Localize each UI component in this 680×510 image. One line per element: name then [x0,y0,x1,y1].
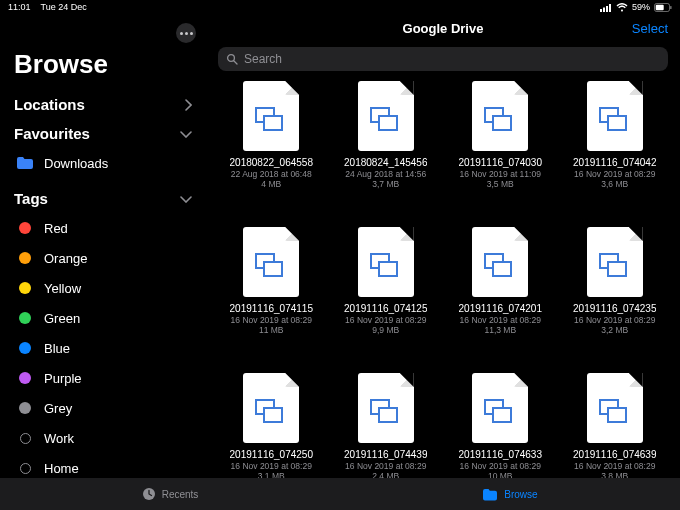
svg-rect-1 [603,7,605,12]
file-thumb-icon [243,81,299,151]
sidebar-item-label: Yellow [44,281,81,296]
file-thumb-icon [472,373,528,443]
svg-rect-5 [656,5,664,11]
file-name: 20191116_074201 [459,303,542,314]
file-item[interactable]: 20191116_07425016 Nov 2019 at 08:293,1 M… [216,371,327,478]
file-size: 3,8 MB [601,471,628,478]
sidebar-item-label: Blue [44,341,70,356]
file-size: 3,2 MB [601,325,628,335]
file-date: 16 Nov 2019 at 08:29 [574,315,655,325]
file-size: 9,9 MB [372,325,399,335]
file-size: 3,7 MB [372,179,399,189]
tag-dot-icon [14,309,36,327]
file-name: 20191116_074439 [344,449,427,460]
file-size: 2,4 MB [372,471,399,478]
file-item[interactable]: 20191116_07411516 Nov 2019 at 08:2911 MB [216,225,327,365]
battery-percent: 59% [632,0,650,15]
file-grid: 20180822_06455822 Aug 2018 at 06:484 MB2… [206,79,680,478]
sidebar-item-label: Grey [44,401,72,416]
file-date: 16 Nov 2019 at 08:29 [345,315,426,325]
file-item[interactable]: 20191116_07463316 Nov 2019 at 08:2910 MB [445,371,556,478]
sidebar-tag-home[interactable]: Home [0,453,206,478]
file-thumb-icon [587,81,643,151]
folder-title: Google Drive [403,21,484,36]
sidebar: Browse Locations Favourites Downloads [0,15,206,478]
file-name: 20191116_074250 [230,449,313,460]
sidebar-item-label: Orange [44,251,87,266]
wifi-icon [616,3,628,12]
svg-line-8 [234,61,237,64]
sidebar-item-downloads[interactable]: Downloads [0,148,206,178]
svg-rect-6 [670,6,671,9]
sidebar-tag-orange[interactable]: Orange [0,243,206,273]
file-thumb-icon [472,227,528,297]
file-date: 16 Nov 2019 at 08:29 [345,461,426,471]
folder-icon [14,154,36,172]
tab-label: Browse [504,489,537,500]
file-item[interactable]: 20191116_07420116 Nov 2019 at 08:2911,3 … [445,225,556,365]
file-name: 20180822_064558 [230,157,313,168]
file-thumb-icon [358,81,414,151]
file-item[interactable]: 20180822_06455822 Aug 2018 at 06:484 MB [216,79,327,219]
file-size: 3,1 MB [258,471,285,478]
sidebar-item-label: Work [44,431,74,446]
favourites-header[interactable]: Favourites [0,119,206,148]
file-item[interactable]: 20191116_07463916 Nov 2019 at 08:293,8 M… [560,371,671,478]
favourites-label: Favourites [14,125,90,142]
tags-label: Tags [14,190,48,207]
locations-header[interactable]: Locations [0,90,206,119]
sidebar-item-label: Home [44,461,79,476]
tab-browse[interactable]: Browse [340,488,680,501]
cellular-icon [600,4,612,12]
tab-label: Recents [162,489,199,500]
sidebar-item-label: Downloads [44,156,108,171]
tag-ring-icon [14,429,36,447]
file-date: 16 Nov 2019 at 08:29 [574,461,655,471]
file-item[interactable]: 20191116_07412516 Nov 2019 at 08:299,9 M… [331,225,442,365]
file-item[interactable]: 20191116_07403016 Nov 2019 at 11:093,5 M… [445,79,556,219]
file-date: 16 Nov 2019 at 08:29 [574,169,655,179]
sidebar-item-label: Purple [44,371,82,386]
tag-dot-icon [14,339,36,357]
file-item[interactable]: 20191116_07404216 Nov 2019 at 08:293,6 M… [560,79,671,219]
sidebar-tag-blue[interactable]: Blue [0,333,206,363]
locations-label: Locations [14,96,85,113]
sidebar-tag-grey[interactable]: Grey [0,393,206,423]
file-size: 4 MB [261,179,281,189]
file-thumb-icon [243,373,299,443]
content-header: Google Drive Select [206,15,680,41]
file-thumb-icon [358,373,414,443]
file-thumb-icon [243,227,299,297]
tag-ring-icon [14,459,36,477]
file-name: 20191116_074030 [459,157,542,168]
sidebar-tag-red[interactable]: Red [0,213,206,243]
file-date: 16 Nov 2019 at 08:29 [231,461,312,471]
sidebar-tag-green[interactable]: Green [0,303,206,333]
file-name: 20191116_074125 [344,303,427,314]
file-thumb-icon [587,227,643,297]
search-input[interactable]: Search [218,47,668,71]
select-button[interactable]: Select [632,21,668,36]
file-item[interactable]: 20191116_07443916 Nov 2019 at 08:292,4 M… [331,371,442,478]
sidebar-tag-yellow[interactable]: Yellow [0,273,206,303]
file-thumb-icon [472,81,528,151]
sidebar-tag-purple[interactable]: Purple [0,363,206,393]
file-date: 16 Nov 2019 at 08:29 [231,315,312,325]
tags-header[interactable]: Tags [0,184,206,213]
file-size: 3,5 MB [487,179,514,189]
tag-dot-icon [14,369,36,387]
sidebar-tag-work[interactable]: Work [0,423,206,453]
tag-dot-icon [14,249,36,267]
file-name: 20180824_145456 [344,157,427,168]
file-date: 16 Nov 2019 at 11:09 [460,169,541,179]
file-item[interactable]: 20180824_14545624 Aug 2018 at 14:563,7 M… [331,79,442,219]
status-time: 11:01 [8,0,31,15]
file-thumb-icon [587,373,643,443]
svg-rect-2 [606,6,608,12]
page-title: Browse [0,45,206,90]
tab-recents[interactable]: Recents [0,487,340,501]
file-name: 20191116_074235 [573,303,656,314]
svg-rect-3 [609,4,611,12]
file-item[interactable]: 20191116_07423516 Nov 2019 at 08:293,2 M… [560,225,671,365]
more-button[interactable] [176,23,196,43]
